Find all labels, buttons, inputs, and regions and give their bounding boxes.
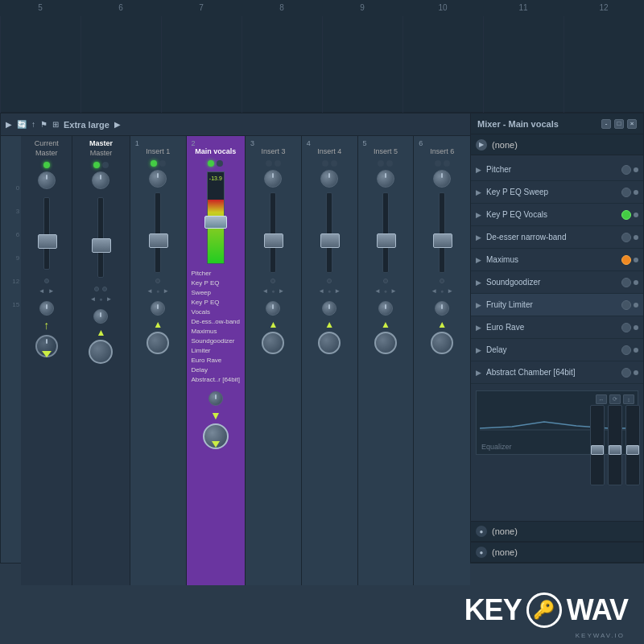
- plugin-item[interactable]: Limiter: [192, 346, 241, 356]
- routing-knob[interactable]: [322, 301, 336, 316]
- slot-circle[interactable]: [621, 368, 631, 378]
- pan-left-icon[interactable]: ◄: [431, 287, 437, 295]
- pan-left-icon[interactable]: ◄: [39, 287, 45, 295]
- pan-right-icon[interactable]: ►: [48, 287, 55, 295]
- slot-dot[interactable]: [634, 190, 638, 195]
- current-fader-knob[interactable]: [38, 234, 57, 249]
- routing-knob-large[interactable]: [203, 423, 229, 449]
- dot[interactable]: [270, 279, 275, 283]
- slot-pitcher[interactable]: ▶ Pitcher: [471, 159, 643, 181]
- slot-circle[interactable]: [621, 323, 631, 332]
- plugin-item[interactable]: Key P EQ Sweep: [192, 279, 241, 298]
- send-fader-knob-1[interactable]: [591, 445, 604, 455]
- insert5-fader-knob[interactable]: [377, 233, 396, 248]
- send-fader-knob-2[interactable]: [609, 445, 621, 455]
- insert6-knob[interactable]: [433, 170, 451, 188]
- slot-circle-orange[interactable]: [621, 255, 631, 265]
- pan-right-icon[interactable]: ►: [334, 287, 341, 295]
- led-green[interactable]: [43, 162, 50, 168]
- slot-dot[interactable]: [634, 280, 638, 285]
- current-knob[interactable]: [38, 171, 56, 189]
- master-knob[interactable]: [92, 171, 109, 189]
- led-off[interactable]: [322, 160, 328, 167]
- slot-dot[interactable]: [634, 348, 638, 353]
- master-routing-knob[interactable]: [89, 340, 113, 364]
- slot-abstract-chamber[interactable]: ▶ Abstract Chamber [64bit]: [471, 361, 643, 384]
- slot-circle[interactable]: [621, 165, 631, 175]
- play-icon[interactable]: ▶: [6, 120, 12, 129]
- plugin-item[interactable]: Soundgoodizer: [192, 336, 241, 346]
- slot-circle[interactable]: [621, 300, 631, 310]
- stop-icon[interactable]: 🔄: [17, 120, 27, 129]
- send-fader-1[interactable]: [590, 405, 605, 485]
- master-fader-track[interactable]: [97, 197, 104, 278]
- slot-circle[interactable]: [621, 278, 631, 287]
- routing-knob-large[interactable]: [318, 332, 341, 354]
- insert4-fader-knob[interactable]: [320, 233, 340, 248]
- insert1-knob[interactable]: [149, 170, 167, 188]
- slot-delay[interactable]: ▶ Delay: [471, 339, 643, 361]
- insert6-fader-knob[interactable]: [433, 233, 452, 248]
- pan-right-icon[interactable]: ►: [447, 287, 453, 295]
- slot-key-eq-vocals[interactable]: ▶ Key P EQ Vocals: [471, 204, 643, 226]
- led-off[interactable]: [266, 160, 272, 167]
- plugin-item[interactable]: Euro Rave: [192, 356, 241, 365]
- routing-knob[interactable]: [435, 301, 449, 316]
- dot[interactable]: [383, 279, 388, 283]
- led-off[interactable]: [378, 160, 384, 167]
- insert3-knob[interactable]: [264, 170, 282, 188]
- send-fader-knob-3[interactable]: [626, 445, 639, 455]
- pan-left-icon[interactable]: ◄: [89, 295, 96, 303]
- routing-knob-large[interactable]: [431, 332, 453, 354]
- slot-circle-green[interactable]: [621, 210, 631, 220]
- close-button[interactable]: ×: [627, 119, 637, 129]
- led-green[interactable]: [151, 160, 157, 167]
- led-off[interactable]: [386, 160, 393, 167]
- led-off[interactable]: [435, 160, 441, 167]
- record-icon[interactable]: ↑: [31, 120, 35, 129]
- led-off[interactable]: [102, 162, 109, 168]
- insert6-fader-track[interactable]: [439, 192, 445, 273]
- bookmark-icon[interactable]: ⚑: [40, 120, 47, 129]
- maximize-button[interactable]: □: [614, 119, 624, 129]
- pan-left-icon[interactable]: ◄: [262, 287, 268, 295]
- pan-left-icon[interactable]: ◄: [318, 287, 324, 295]
- routing-knob[interactable]: [151, 301, 165, 316]
- current-fader-track[interactable]: [43, 197, 50, 270]
- main-vocals-fader-knob[interactable]: [204, 216, 227, 229]
- slot-dot[interactable]: [634, 167, 638, 172]
- plugin-item[interactable]: Abstract..r [64bit]: [192, 375, 241, 385]
- routing-knob-large[interactable]: [374, 332, 397, 354]
- led-green[interactable]: [93, 162, 100, 168]
- slot-dot[interactable]: [634, 258, 638, 262]
- dot[interactable]: [94, 287, 99, 291]
- none-slot-bottom-1[interactable]: ● (none): [471, 521, 643, 542]
- plugin-item[interactable]: Delay: [192, 365, 241, 375]
- pan-right-icon[interactable]: ►: [279, 287, 285, 295]
- pan-right-icon[interactable]: ►: [163, 287, 169, 295]
- insert3-fader-knob[interactable]: [264, 233, 283, 248]
- pan-left-icon[interactable]: ◄: [374, 287, 381, 295]
- dot[interactable]: [327, 279, 332, 283]
- insert4-knob[interactable]: [320, 170, 338, 188]
- slot-fruity-limiter[interactable]: ▶ Fruity Limiter: [471, 294, 643, 316]
- slot-dot[interactable]: [634, 325, 638, 330]
- slot-dot[interactable]: [634, 213, 638, 217]
- toolbar-size-label[interactable]: Extra large: [64, 120, 109, 130]
- routing-knob-large[interactable]: [262, 332, 284, 354]
- dot[interactable]: [44, 279, 49, 283]
- slot-dot[interactable]: [634, 370, 638, 375]
- led-off[interactable]: [331, 160, 337, 167]
- insert4-fader-track[interactable]: [326, 192, 332, 273]
- led-off[interactable]: [217, 160, 223, 167]
- pan-right-icon[interactable]: ►: [390, 287, 397, 295]
- send-knob[interactable]: [35, 335, 58, 357]
- slot-key-eq-sweep[interactable]: ▶ Key P EQ Sweep: [471, 181, 643, 204]
- none-slot-top[interactable]: ▶ (none): [471, 134, 643, 155]
- slot-euro-rave[interactable]: ▶ Euro Rave: [471, 316, 643, 339]
- pan-left-icon[interactable]: ◄: [147, 287, 153, 295]
- led-green[interactable]: [208, 160, 214, 167]
- plugin-item[interactable]: Pitcher: [192, 269, 241, 279]
- slot-dot[interactable]: [634, 303, 638, 308]
- dot[interactable]: [102, 287, 107, 291]
